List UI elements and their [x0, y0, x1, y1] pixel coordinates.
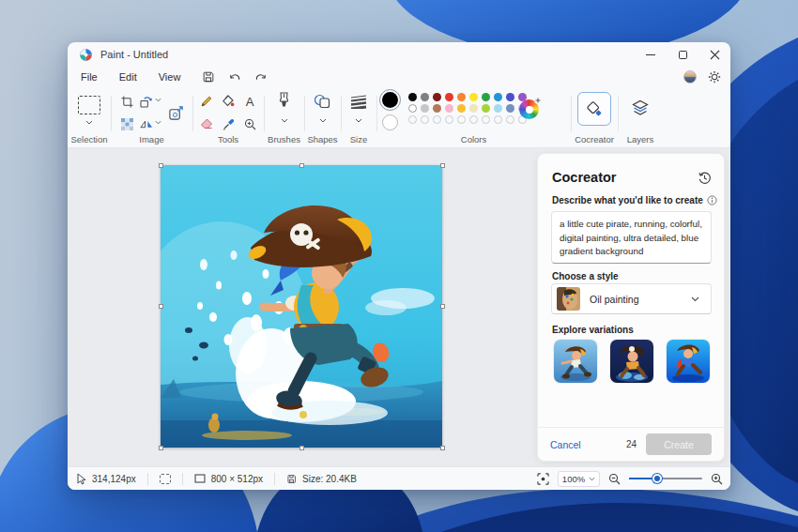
selection-handle[interactable]: [159, 163, 163, 168]
color-swatch[interactable]: [445, 93, 453, 101]
group-label-image: Image: [111, 134, 192, 144]
menu-file[interactable]: File: [72, 69, 106, 84]
fill-tool-button[interactable]: [218, 91, 238, 112]
chevron-down-icon[interactable]: [281, 118, 288, 123]
credits-coin-icon: [611, 439, 622, 450]
color-swatch[interactable]: [421, 104, 429, 113]
color-swatch-empty[interactable]: [408, 115, 417, 124]
variation-thumbnail-3[interactable]: [667, 340, 710, 383]
flip-button[interactable]: [136, 114, 157, 134]
color-swatch[interactable]: [457, 104, 466, 113]
color-swatch-empty[interactable]: [421, 115, 429, 124]
zoom-out-button[interactable]: [608, 473, 621, 485]
brushes-button[interactable]: [277, 92, 291, 114]
color-swatch[interactable]: [469, 93, 478, 101]
zoom-in-button[interactable]: [711, 473, 723, 485]
color-swatch-empty[interactable]: [506, 115, 514, 124]
menu-view[interactable]: View: [150, 69, 190, 84]
color-swatch[interactable]: [482, 93, 490, 101]
eyedropper-tool-button[interactable]: [218, 114, 238, 134]
edit-colors-button[interactable]: [519, 99, 539, 119]
color-swatch[interactable]: [421, 93, 429, 101]
style-dropdown[interactable]: Oil painting: [551, 283, 712, 314]
chevron-down-icon[interactable]: [319, 118, 327, 123]
titlebar[interactable]: Paint - Untitled: [68, 42, 730, 67]
selection-handle[interactable]: [440, 163, 445, 168]
color-swatch[interactable]: [494, 93, 502, 101]
color-swatch[interactable]: [469, 104, 478, 113]
text-tool-button[interactable]: A: [239, 91, 260, 112]
magnifier-tool-button[interactable]: [239, 114, 260, 134]
selection-handle[interactable]: [440, 304, 445, 309]
color-swatch-empty[interactable]: [433, 115, 441, 124]
cocreator-button[interactable]: [577, 92, 611, 126]
background-color-swatch[interactable]: [382, 114, 398, 130]
color-swatch[interactable]: [506, 104, 514, 113]
selection-handle[interactable]: [159, 446, 163, 450]
canvas-image[interactable]: [161, 165, 442, 448]
canvas-size-icon: [194, 474, 206, 483]
variation-thumbnail-1[interactable]: [554, 340, 597, 383]
menubar: File Edit View: [68, 67, 730, 87]
color-swatch-empty[interactable]: [457, 115, 466, 124]
undo-button[interactable]: [228, 71, 241, 84]
save-button[interactable]: [202, 70, 215, 84]
chevron-down-icon[interactable]: [355, 118, 362, 123]
eraser-tool-button[interactable]: [196, 114, 217, 134]
variation-thumbnail-2[interactable]: [610, 340, 653, 383]
selection-handle[interactable]: [159, 304, 163, 309]
zoom-slider-thumb[interactable]: [652, 474, 662, 483]
chevron-down-icon[interactable]: [155, 120, 161, 125]
maximize-button[interactable]: [667, 42, 698, 67]
minimize-button[interactable]: [635, 42, 667, 67]
prompt-textarea[interactable]: a little cute pirate, running, colorful,…: [551, 211, 712, 264]
rectangle-select-icon[interactable]: [78, 96, 100, 114]
cocreator-diamond-icon: [585, 99, 604, 118]
color-swatch[interactable]: [457, 93, 466, 101]
color-swatch[interactable]: [482, 104, 490, 113]
color-swatch[interactable]: [433, 104, 441, 113]
settings-gear-button[interactable]: [708, 70, 721, 84]
fit-to-window-button[interactable]: [537, 473, 549, 485]
close-button[interactable]: [698, 42, 730, 67]
color-swatch-empty[interactable]: [494, 115, 502, 124]
rotate-button[interactable]: [136, 91, 157, 112]
create-button[interactable]: Create: [646, 433, 712, 455]
menu-edit[interactable]: Edit: [111, 69, 146, 84]
size-button[interactable]: [349, 95, 368, 113]
pencil-tool-button[interactable]: [196, 91, 217, 112]
account-avatar[interactable]: [683, 70, 697, 84]
chevron-down-icon[interactable]: [155, 98, 161, 102]
color-swatch[interactable]: [506, 93, 514, 101]
color-swatch-empty[interactable]: [445, 115, 453, 124]
info-icon[interactable]: [707, 195, 717, 205]
color-palette: [408, 93, 529, 124]
credits: 24: [611, 439, 637, 450]
image-group: Image: [111, 87, 192, 148]
cursor-position-icon: [76, 473, 86, 485]
selection-handle[interactable]: [299, 163, 304, 168]
redo-button[interactable]: [254, 71, 268, 84]
color-swatch[interactable]: [433, 93, 441, 101]
transparent-selection-button[interactable]: [116, 114, 137, 134]
resize-button[interactable]: [165, 102, 186, 123]
history-button[interactable]: [698, 171, 712, 185]
color-swatch[interactable]: [494, 104, 502, 113]
cancel-link[interactable]: Cancel: [550, 439, 581, 450]
layers-button[interactable]: [631, 99, 650, 121]
group-label-tools: Tools: [192, 134, 264, 144]
color-swatch-empty[interactable]: [469, 115, 478, 124]
color-swatch[interactable]: [445, 104, 453, 113]
zoom-slider[interactable]: [629, 473, 702, 484]
color-swatch-empty[interactable]: [482, 115, 490, 124]
color-swatch[interactable]: [408, 93, 417, 101]
color-swatch[interactable]: [408, 104, 417, 113]
zoom-dropdown[interactable]: 100%: [558, 471, 600, 487]
zoom-level: 100%: [562, 474, 585, 484]
shapes-button[interactable]: [314, 94, 330, 113]
selection-handle[interactable]: [440, 446, 445, 450]
selection-handle[interactable]: [299, 446, 304, 450]
crop-button[interactable]: [116, 91, 137, 112]
foreground-color-swatch[interactable]: [382, 92, 398, 108]
chevron-down-icon[interactable]: [85, 120, 93, 125]
